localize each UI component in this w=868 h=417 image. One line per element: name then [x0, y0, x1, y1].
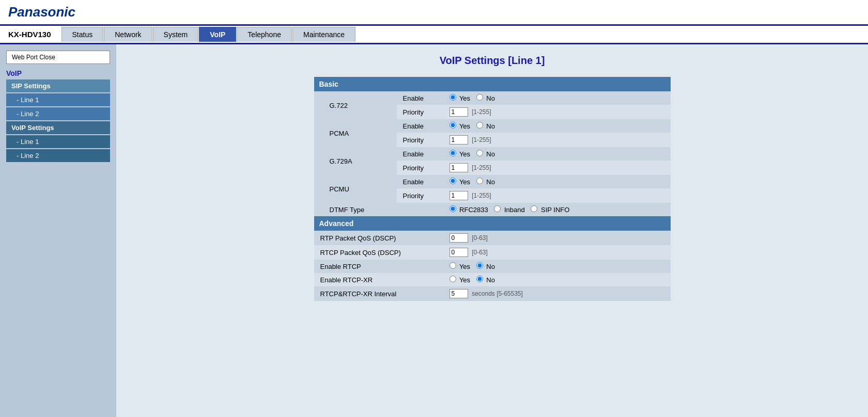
- pcma-priority-value: [1-255]: [443, 133, 671, 147]
- enable-rtcp-xr-no-radio[interactable]: [476, 276, 483, 282]
- g729a-yes-radio[interactable]: [450, 150, 456, 156]
- enable-rtcp-xr-yes-radio[interactable]: [450, 276, 456, 282]
- device-name: KX-HDV130: [8, 26, 61, 43]
- pcma-no-radio[interactable]: [476, 122, 483, 129]
- g729a-no-radio[interactable]: [476, 150, 483, 156]
- rtcp-interval-label: RTCP&RTCP-XR Interval: [314, 286, 443, 301]
- table-row: Advanced: [314, 216, 671, 231]
- enable-rtcp-xr-value: Yes No: [443, 273, 671, 286]
- voip-settings-item[interactable]: VoIP Settings: [6, 121, 110, 134]
- rtp-qos-input[interactable]: [450, 233, 468, 243]
- pcmu-no-radio[interactable]: [476, 178, 483, 184]
- sip-line1-item[interactable]: - Line 1: [6, 93, 110, 106]
- pcmu-yes-label[interactable]: Yes: [450, 178, 471, 186]
- table-row: Enable RTCP Yes No: [314, 260, 671, 273]
- content: VoIP Settings [Line 1] Basic G.722 Enabl…: [116, 44, 868, 417]
- pcma-priority-input[interactable]: [450, 135, 468, 145]
- enable-rtcp-xr-no-label[interactable]: No: [476, 276, 495, 284]
- g722-priority-input[interactable]: [450, 107, 468, 117]
- basic-section-header: Basic: [314, 77, 671, 91]
- page-title: VoIP Settings [Line 1]: [132, 55, 853, 67]
- nav-tab-maintenance[interactable]: Maintenance: [292, 27, 355, 42]
- pcma-enable-value: Yes No: [443, 119, 671, 133]
- nav-tab-telephone[interactable]: Telephone: [237, 27, 292, 42]
- pcma-yes-radio[interactable]: [450, 122, 456, 129]
- dtmf-inband-radio[interactable]: [494, 205, 501, 212]
- rtcp-interval-input[interactable]: [450, 289, 468, 298]
- g729a-priority-label: Priority: [397, 161, 443, 175]
- nav-tab-system[interactable]: System: [153, 27, 199, 42]
- pcmu-enable-value: Yes No: [443, 175, 671, 188]
- web-port-close-button[interactable]: Web Port Close: [6, 51, 110, 64]
- sidebar: Web Port Close VoIP SIP Settings - Line …: [0, 44, 116, 417]
- g729a-priority-range: [1-255]: [472, 164, 491, 171]
- advanced-section-header: Advanced: [314, 216, 671, 231]
- sip-line2-item[interactable]: - Line 2: [6, 107, 110, 120]
- g722-no-label[interactable]: No: [476, 94, 495, 102]
- dtmf-label: DTMF Type: [314, 203, 397, 216]
- header: Panasonic: [0, 0, 868, 26]
- table-row: RTCP Packet QoS (DSCP) [0-63]: [314, 245, 671, 260]
- settings-table: Basic G.722 Enable Yes No Priority: [314, 77, 671, 301]
- sip-settings-item[interactable]: SIP Settings: [6, 79, 110, 92]
- rtcp-qos-range: [0-63]: [472, 249, 488, 256]
- rtcp-qos-input[interactable]: [450, 248, 468, 257]
- table-row: Enable RTCP-XR Yes No: [314, 273, 671, 286]
- pcma-priority-label: Priority: [397, 133, 443, 147]
- table-row: RTCP&RTCP-XR Interval seconds [5-65535]: [314, 286, 671, 301]
- g729a-enable-label: Enable: [397, 147, 443, 161]
- dtmf-rfc2833-label[interactable]: RFC2833: [450, 206, 488, 214]
- enable-rtcp-no-label[interactable]: No: [476, 263, 495, 270]
- dtmf-inband-label[interactable]: Inband: [494, 206, 524, 214]
- pcmu-no-label[interactable]: No: [476, 178, 495, 186]
- pcmu-yes-radio[interactable]: [450, 178, 456, 184]
- enable-rtcp-yes-radio[interactable]: [450, 262, 456, 269]
- pcma-yes-label[interactable]: Yes: [450, 122, 471, 130]
- g729a-no-label[interactable]: No: [476, 150, 495, 158]
- pcmu-priority-input[interactable]: [450, 191, 468, 200]
- dtmf-sipinfo-label[interactable]: SIP INFO: [531, 206, 569, 214]
- enable-rtcp-xr-label: Enable RTCP-XR: [314, 273, 443, 286]
- codec-pcmu-label: PCMU: [314, 175, 397, 203]
- main-layout: Web Port Close VoIP SIP Settings - Line …: [0, 44, 868, 417]
- dtmf-sipinfo-radio[interactable]: [531, 205, 537, 212]
- nav-tab-voip[interactable]: VoIP: [199, 27, 236, 42]
- rtcp-interval-value: seconds [5-65535]: [443, 286, 671, 301]
- rtp-qos-value: [0-63]: [443, 231, 671, 245]
- enable-rtcp-no-radio[interactable]: [476, 262, 483, 269]
- voip-line1-item[interactable]: - Line 1: [6, 135, 110, 148]
- pcmu-priority-label: Priority: [397, 188, 443, 203]
- table-row: PCMA Enable Yes No: [314, 119, 671, 133]
- table-row: G.722 Enable Yes No: [314, 91, 671, 105]
- pcmu-enable-label: Enable: [397, 175, 443, 188]
- g722-no-radio[interactable]: [476, 94, 483, 101]
- dtmf-value: RFC2833 Inband SIP INFO: [443, 203, 671, 216]
- voip-line2-item[interactable]: - Line 2: [6, 149, 110, 162]
- pcma-no-label[interactable]: No: [476, 122, 495, 130]
- enable-rtcp-value: Yes No: [443, 260, 671, 273]
- g729a-yes-label[interactable]: Yes: [450, 150, 471, 158]
- enable-rtcp-yes-label[interactable]: Yes: [450, 263, 471, 270]
- rtp-qos-range: [0-63]: [472, 234, 488, 242]
- rtcp-qos-value: [0-63]: [443, 245, 671, 260]
- g729a-priority-value: [1-255]: [443, 161, 671, 175]
- g729a-priority-input[interactable]: [450, 163, 468, 172]
- enable-rtcp-xr-yes-label[interactable]: Yes: [450, 276, 471, 284]
- voip-section-label: VoIP: [6, 69, 110, 77]
- g722-priority-label: Priority: [397, 105, 443, 119]
- g722-yes-radio[interactable]: [450, 94, 456, 101]
- dtmf-rfc2833-radio[interactable]: [450, 205, 456, 212]
- g722-priority-value: [1-255]: [443, 105, 671, 119]
- rtcp-interval-range: seconds [5-65535]: [472, 290, 523, 297]
- table-row: G.729A Enable Yes No: [314, 147, 671, 161]
- g722-enable-value: Yes No: [443, 91, 671, 105]
- pcmu-priority-range: [1-255]: [472, 192, 491, 199]
- rtcp-qos-label: RTCP Packet QoS (DSCP): [314, 245, 443, 260]
- nav-tab-network[interactable]: Network: [104, 27, 152, 42]
- table-row: DTMF Type RFC2833 Inband SIP INFO: [314, 203, 671, 216]
- nav-tab-status[interactable]: Status: [61, 27, 104, 42]
- g722-priority-range: [1-255]: [472, 108, 491, 116]
- g722-yes-label[interactable]: Yes: [450, 94, 471, 102]
- table-row: RTP Packet QoS (DSCP) [0-63]: [314, 231, 671, 245]
- pcma-priority-range: [1-255]: [472, 136, 491, 143]
